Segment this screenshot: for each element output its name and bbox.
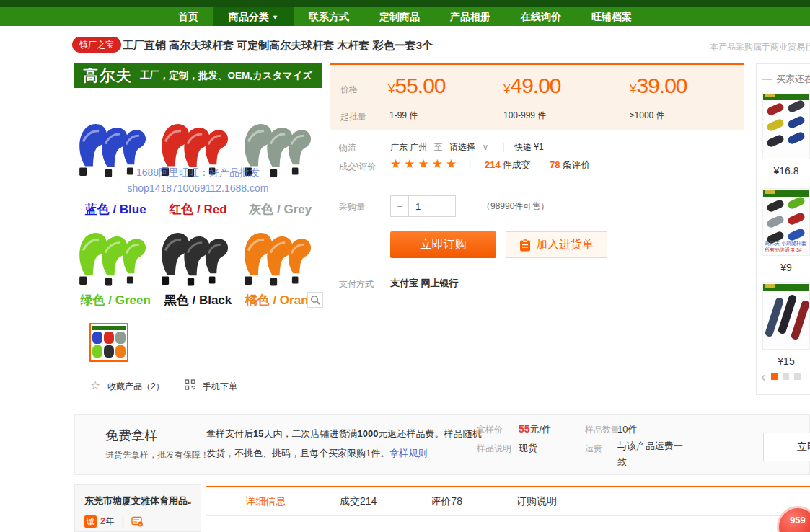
magnifier-icon[interactable] <box>307 292 323 308</box>
sample-rules-link[interactable]: 拿样规则 <box>389 448 427 458</box>
banner-brand: 高尔夫 <box>83 66 133 86</box>
quantity-label: 采购量 <box>339 201 365 213</box>
sidebar-title: —买家还在 <box>762 73 810 86</box>
nav-item-album[interactable]: 产品相册 <box>435 7 506 26</box>
mobile-order-link[interactable]: 手机下单 <box>203 381 237 393</box>
rating-label: 成交\评价 <box>339 161 376 173</box>
top-dark-strip <box>0 0 810 7</box>
variant-label: 红色 / Red <box>169 200 226 219</box>
sidebar-product-2[interactable]: 高尔夫 小鸡腿杆套 所有品牌通用 3# <box>762 188 810 256</box>
seller-box: 东莞市塘厦文雅体育用品... 诚 2年 | <box>74 484 201 532</box>
get-sample-button[interactable]: 立即拿样 <box>763 433 810 461</box>
banner-text: 工厂，定制，批发、OEM,カスタマイズ <box>140 69 312 82</box>
pager-dot-1[interactable] <box>771 373 778 380</box>
tab-reviews[interactable]: 评价78 <box>416 495 477 508</box>
mini-banner <box>763 94 809 100</box>
star-rating: ★★★★★ <box>390 156 459 172</box>
quantity-input[interactable] <box>408 195 456 217</box>
sample-desc-value: 现货 <box>519 442 537 455</box>
variant-orange[interactable]: 橘色 / Orang <box>239 219 322 310</box>
also-viewed-sidebar: —买家还在 ¥16.8 高尔夫 小鸡腿杆套 所有品牌通用 3# ¥9 <box>756 63 810 395</box>
main-nav: 首页 商品分类▼ 联系方式 定制商品 产品相册 在线询价 旺铺档案 <box>0 7 810 26</box>
seller-name-link[interactable]: 东莞市塘厦文雅体育用品... <box>84 495 191 507</box>
deals-link[interactable]: 214件成交 <box>485 159 531 172</box>
sample-price-value: 55元/件 <box>519 423 551 436</box>
thumbnail-selected[interactable] <box>89 323 128 362</box>
nav-item-categories[interactable]: 商品分类▼ <box>213 7 294 26</box>
sidebar-pager: ‹ <box>761 373 801 380</box>
mini-banner <box>763 284 809 291</box>
caret-down-icon: ∨ <box>482 142 488 152</box>
variant-blue[interactable]: 蓝色 / Blue <box>74 92 157 219</box>
sample-ship-value: 与该产品运费一致 <box>617 438 687 470</box>
sample-qty-value: 10件 <box>617 423 637 436</box>
variant-green[interactable]: 绿色 / Green <box>74 219 157 310</box>
sidebar-product-1[interactable] <box>762 92 810 159</box>
sidebar-caption: 所有品牌通用 3# <box>765 247 802 254</box>
certificate-icon[interactable] <box>131 516 144 527</box>
moq-tier-3: ≥1000 件 <box>630 110 665 122</box>
prev-arrow[interactable]: ‹ <box>761 373 766 380</box>
thumb-swatches <box>92 332 126 358</box>
price-tier-2: ¥49.00 <box>503 74 561 98</box>
seller-credentials: 诚 2年 | <box>84 515 191 528</box>
sidebar-price-3: ¥15 <box>762 355 810 367</box>
variant-label: 蓝色 / Blue <box>85 200 146 219</box>
reviews-link[interactable]: 78条评价 <box>550 159 590 172</box>
trade-note: 本产品采购属于商业贸易行为 <box>710 41 810 53</box>
tab-deals[interactable]: 成交214 <box>325 495 391 508</box>
sample-subtitle: 进货先拿样，批发有保障！ <box>105 449 209 461</box>
price-label: 价格 <box>340 84 358 96</box>
order-now-button[interactable]: 立即订购 <box>390 231 496 258</box>
sample-description: 拿样支付后15天内，二次店铺进货满1000元返还样品费。样品随机发货，不挑色、挑… <box>206 424 485 463</box>
moq-tier-2: 100-999 件 <box>503 110 546 122</box>
chevron-down-icon: ▼ <box>272 14 278 21</box>
moq-label: 起批量 <box>340 111 366 123</box>
favorite-product-link[interactable]: 收藏产品（2） <box>107 381 164 393</box>
detail-tabs: 详细信息 成交214 评价78 订购说明 <box>206 486 810 516</box>
variant-label: 橘色 / Orang <box>245 291 316 310</box>
price-tier-1: ¥55.00 <box>388 74 446 98</box>
add-to-cart-button[interactable]: 加入进货单 <box>506 231 607 258</box>
destination-select[interactable]: 请选择 ∨ <box>449 142 493 152</box>
sample-title: 免费拿样 <box>105 427 157 444</box>
variant-label: 灰色 / Grey <box>249 200 312 219</box>
nav-item-archive[interactable]: 旺铺档案 <box>576 7 647 26</box>
star-icon[interactable]: ☆ <box>90 378 100 392</box>
nav-item-home[interactable]: 首页 <box>163 7 213 26</box>
headcovers-grey-image <box>239 94 322 200</box>
headcovers-black-image <box>157 221 239 291</box>
headcovers-orange-image <box>239 221 322 291</box>
variant-label: 黑色 / Black <box>164 291 232 310</box>
sidebar-product-3[interactable] <box>762 282 810 350</box>
headcovers-green-image <box>74 221 157 291</box>
pager-dot-2[interactable] <box>783 373 789 380</box>
express-fee: 快递 ¥1 <box>514 142 544 152</box>
stock-note: （98990件可售） <box>482 200 549 213</box>
sample-ship-label: 运费 <box>585 443 602 455</box>
price-tier-box: 价格 ¥55.00 ¥49.00 ¥39.00 起批量 1-99 件 100-9… <box>330 63 744 130</box>
variant-black[interactable]: 黑色 / Black <box>157 219 239 310</box>
sample-qty-label: 样品数量 <box>585 424 620 436</box>
variant-grey[interactable]: 灰色 / Grey <box>239 92 322 219</box>
free-sample-section: 免费拿样 进货先拿样，批发有保障！ 拿样支付后15天内，二次店铺进货满1000元… <box>74 414 810 475</box>
sample-desc-label: 样品说明 <box>477 443 511 455</box>
qr-code-icon[interactable] <box>185 379 195 390</box>
gallery-banner: 高尔夫 工厂，定制，批发、OEM,カスタマイズ <box>74 63 322 88</box>
logistics-value: 广东 广州 至 请选择 ∨ | 快递 ¥1 <box>390 141 544 154</box>
moq-tier-1: 1-99 件 <box>389 110 418 122</box>
payment-label: 支付方式 <box>339 278 374 291</box>
pager-dot-3[interactable] <box>794 373 801 380</box>
tab-order-notes[interactable]: 订购说明 <box>502 495 571 508</box>
nav-item-contact[interactable]: 联系方式 <box>294 7 364 26</box>
logistics-label: 物流 <box>339 142 356 154</box>
nav-item-custom[interactable]: 定制商品 <box>364 7 435 26</box>
quantity-minus-button[interactable]: − <box>390 195 409 217</box>
sidebar-price-2: ¥9 <box>762 262 810 273</box>
shop-treasure-badge: 镇厂之宝 <box>72 37 121 53</box>
variant-red[interactable]: 红色 / Red <box>157 92 239 219</box>
integrity-badge: 诚 <box>84 515 97 528</box>
tab-detail-info[interactable]: 详细信息 <box>231 495 300 508</box>
nav-item-inquiry[interactable]: 在线询价 <box>506 7 576 26</box>
payment-methods: 支付宝 网上银行 <box>390 277 459 290</box>
